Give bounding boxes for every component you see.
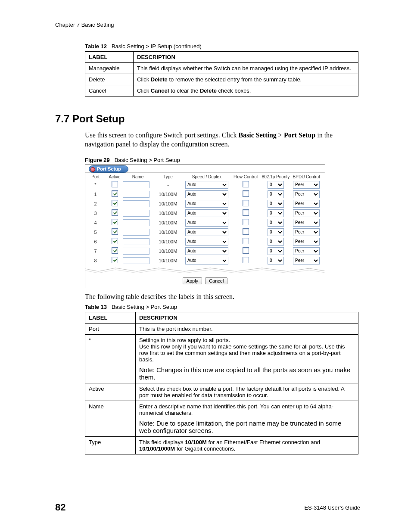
active-checkbox[interactable] <box>112 181 118 187</box>
table13-row-port: Port This is the port index number. <box>85 324 358 335</box>
name-input[interactable] <box>123 210 149 217</box>
section-intro-para: Use this screen to configure Switch port… <box>85 131 358 149</box>
flow-control-checkbox[interactable] <box>243 219 249 225</box>
bpdu-control-select[interactable]: Peer <box>293 219 320 227</box>
name-input[interactable] <box>123 248 149 255</box>
priority-cell: 0 <box>261 219 291 227</box>
bold-text: Port Setup <box>284 131 315 139</box>
type-cell: 10/100M <box>153 258 183 263</box>
speed-duplex-select[interactable]: Auto <box>185 181 228 189</box>
flow-control-checkbox[interactable] <box>243 247 249 254</box>
table13: LABEL DESCRIPTION Port This is the port … <box>85 312 358 454</box>
active-cell <box>106 238 123 245</box>
port-number: 4 <box>88 220 106 225</box>
name-input[interactable] <box>123 219 149 226</box>
active-checkbox[interactable] <box>112 257 118 263</box>
bpdu-control-select[interactable]: Peer <box>293 181 320 189</box>
priority-select[interactable]: 0 <box>268 181 284 189</box>
table12-desc: Click Delete to remove the selected entr… <box>134 74 358 85</box>
cancel-button[interactable]: Cancel <box>205 277 227 284</box>
active-checkbox[interactable] <box>112 209 118 216</box>
table13-row-star: * Settings in this row apply to all port… <box>85 335 358 383</box>
flow-control-checkbox[interactable] <box>243 238 249 244</box>
table12-th-label: LABEL <box>85 52 134 63</box>
active-checkbox[interactable] <box>112 238 118 244</box>
bpdu-control-select[interactable]: Peer <box>293 209 320 217</box>
speed-cell: Auto <box>183 209 230 217</box>
priority-cell: 0 <box>261 257 291 264</box>
speed-duplex-select[interactable]: Auto <box>185 209 228 217</box>
speed-duplex-select[interactable]: Auto <box>185 190 228 198</box>
speed-duplex-select[interactable]: Auto <box>185 200 228 208</box>
bpdu-control-select[interactable]: Peer <box>293 247 320 255</box>
bpdu-control-select[interactable]: Peer <box>293 190 320 198</box>
name-input[interactable] <box>123 238 149 245</box>
flow-control-checkbox[interactable] <box>243 181 249 187</box>
bpdu-cell: Peer <box>291 247 322 255</box>
active-cell <box>106 200 123 207</box>
table13-label: Name <box>85 401 136 437</box>
text: This field displays <box>139 439 185 445</box>
header-rule <box>55 30 360 30</box>
priority-select[interactable]: 0 <box>268 247 284 255</box>
active-checkbox[interactable] <box>112 200 118 206</box>
table13-label: Port <box>85 324 136 335</box>
flow-control-checkbox[interactable] <box>243 257 249 263</box>
priority-cell: 0 <box>261 200 291 208</box>
speed-duplex-select[interactable]: Auto <box>185 219 228 227</box>
name-input[interactable] <box>123 200 149 207</box>
priority-select[interactable]: 0 <box>268 228 284 236</box>
priority-cell: 0 <box>261 209 291 217</box>
priority-select[interactable]: 0 <box>268 209 284 217</box>
type-cell: 10/100M <box>153 220 183 225</box>
table12-row-delete: Delete Click Delete to remove the select… <box>85 74 358 85</box>
figure29-caption: Figure 29 Basic Setting > Port Setup <box>85 157 360 163</box>
type-cell: 10/100M <box>153 192 183 197</box>
speed-duplex-select[interactable]: Auto <box>185 257 228 264</box>
port-number: 3 <box>88 211 106 216</box>
table13-row-active: Active Select this check box to enable a… <box>85 383 358 401</box>
speed-duplex-select[interactable]: Auto <box>185 238 228 246</box>
table12-label: Delete <box>85 74 134 85</box>
name-input[interactable] <box>123 257 149 264</box>
table13-desc: Enter a descriptive name that identifies… <box>136 401 358 437</box>
name-input[interactable] <box>123 191 149 198</box>
priority-select[interactable]: 0 <box>268 257 284 264</box>
flow-cell <box>230 200 261 207</box>
flow-control-checkbox[interactable] <box>243 190 249 197</box>
flow-control-checkbox[interactable] <box>243 228 249 235</box>
apply-button[interactable]: Apply <box>183 277 202 284</box>
active-checkbox[interactable] <box>112 247 118 254</box>
col-flow: Flow Control <box>230 174 261 179</box>
flow-control-checkbox[interactable] <box>243 200 249 206</box>
name-cell <box>123 248 153 255</box>
bpdu-control-select[interactable]: Peer <box>293 257 320 264</box>
name-input[interactable] <box>123 181 149 188</box>
torn-edge-icon <box>85 267 325 273</box>
active-cell <box>106 228 123 236</box>
speed-duplex-select[interactable]: Auto <box>185 247 228 255</box>
port-number: 2 <box>88 201 106 206</box>
active-checkbox[interactable] <box>112 190 118 197</box>
active-checkbox[interactable] <box>112 219 118 225</box>
flow-cell <box>230 238 261 245</box>
priority-select[interactable]: 0 <box>268 219 284 227</box>
bpdu-control-select[interactable]: Peer <box>293 200 320 208</box>
speed-cell: Auto <box>183 228 230 236</box>
screenshot-button-row: Apply Cancel <box>85 273 325 288</box>
name-input[interactable] <box>123 229 149 236</box>
flow-control-checkbox[interactable] <box>243 209 249 216</box>
port-row: 610/100MAuto0Peer <box>85 237 325 246</box>
screenshot-title: Port Setup <box>89 165 128 173</box>
bpdu-control-select[interactable]: Peer <box>293 228 320 236</box>
port-row: 110/100MAuto0Peer <box>85 190 325 199</box>
bpdu-control-select[interactable]: Peer <box>293 238 320 246</box>
speed-duplex-select[interactable]: Auto <box>185 228 228 236</box>
priority-select[interactable]: 0 <box>268 238 284 246</box>
active-checkbox[interactable] <box>112 228 118 235</box>
text: check boxes. <box>217 87 251 94</box>
type-cell: 10/100M <box>153 211 183 216</box>
priority-select[interactable]: 0 <box>268 190 284 198</box>
bpdu-cell: Peer <box>291 209 322 217</box>
priority-select[interactable]: 0 <box>268 200 284 208</box>
